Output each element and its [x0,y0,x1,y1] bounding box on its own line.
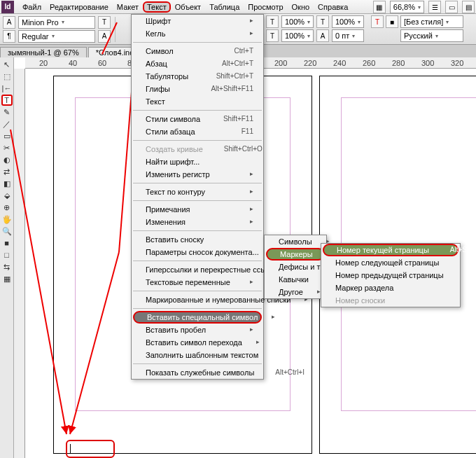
menu-редактирование[interactable]: Редактирование [46,1,113,13]
menu-item[interactable]: Текст по контуру [132,186,263,198]
bridge-icon[interactable]: ▦ [373,1,386,13]
tool-2[interactable]: |← [1,83,13,94]
tool-12[interactable]: ⊕ [1,202,13,213]
tool-7[interactable]: ✂ [1,142,13,153]
tool-9[interactable]: ⇄ [1,166,13,177]
tools-panel: ↖⬚|←T✎／▭✂◐⇄◧⬙⊕🖐🔍■□⇆▦ [0,57,14,458]
menu-item[interactable]: Гиперссылки и перекрестные ссылки [132,263,263,276]
menu-bar: Id ФайлРедактированиеМакетТекстОбъектТаб… [0,0,476,14]
menu-item[interactable]: Показать служебные символыAlt+Ctrl+I [132,366,263,379]
menu-item[interactable]: Символы [265,235,326,248]
menu-окно[interactable]: Окно [288,1,314,13]
menu-item[interactable]: Стили символаShift+F11 [132,113,263,125]
arrange-icon[interactable]: ▤ [462,1,475,13]
tool-5[interactable]: ／ [1,118,13,130]
menu-item[interactable]: Номер следующей страницы [321,256,460,269]
font-style-field[interactable]: Regular [18,30,95,43]
para-mode-icon[interactable]: ¶ [3,30,15,43]
pct3-field[interactable]: 100% [332,15,364,28]
ruler-tick: 40 [69,59,77,67]
menu-item[interactable]: Вставить специальный символ [133,311,262,324]
size-icon: T [98,16,111,29]
ruler-tick: 220 [304,59,316,67]
menu-item[interactable]: Найти шрифт... [132,155,263,168]
text-frame[interactable] [66,440,115,458]
fill-icon[interactable]: ■ [386,15,398,28]
vscale-field[interactable]: 100% [281,29,314,42]
screen-mode-icon[interactable]: ▭ [445,1,458,13]
menu-item[interactable]: Другое [265,286,326,298]
menu-item[interactable]: СимволCtrl+T [132,45,263,57]
ruler-tick: 60 [98,59,106,67]
menu-item[interactable]: Маркер раздела [321,282,460,294]
scale-v-icon: T [266,29,279,42]
tool-3[interactable]: T [1,95,13,106]
menu-item[interactable]: Вставить символ перехода [132,336,263,349]
menu-item[interactable]: Примечания [132,203,263,216]
menu-item: Создать кривыеShift+Ctrl+O [132,143,263,155]
menu-item[interactable]: Маркированные и нумерованные списки [132,293,263,306]
pt-field[interactable]: 0 пт [332,29,364,42]
menu-item[interactable]: Шрифт [132,15,263,27]
ruler-tick: 240 [333,59,346,67]
ruler-tick: 200 [274,59,287,67]
language-field[interactable]: Русский [400,29,463,42]
menu-справка[interactable]: Справка [314,1,352,13]
strike-icon[interactable]: T [371,15,384,28]
menu-item[interactable]: Стили абзацаF11 [132,125,263,138]
view-settings-icon[interactable]: ☰ [428,1,441,13]
ruler-tick: 320 [451,59,463,67]
menu-item[interactable]: Дефисы и тире [265,261,326,273]
menu-таблица[interactable]: Таблица [205,1,244,13]
menu-item[interactable]: АбзацAlt+Ctrl+T [132,57,263,70]
menu-item[interactable]: Кавычки [265,273,326,286]
tool-13[interactable]: 🖐 [1,214,13,225]
tool-0[interactable]: ↖ [1,59,13,70]
menu-item[interactable]: Текстовые переменные [132,276,263,289]
ruler-tick: 280 [392,59,405,67]
tool-4[interactable]: ✎ [1,106,13,118]
menu-item[interactable]: Текст [132,95,263,108]
tool-15[interactable]: ■ [1,237,13,249]
char-mode-icon[interactable]: A [3,16,15,29]
menu-текст[interactable]: Текст [143,1,171,13]
text-cursor [70,444,71,454]
menu-item[interactable]: Заполнить шаблонным текстом [132,349,263,361]
markers-submenu: Номер текущей страницыAlt+Shift+Ctrl+NНо… [321,243,461,307]
menu-item[interactable]: Номер предыдущей страницы [321,269,460,282]
zoom-field[interactable]: 66,8% [390,1,424,13]
tool-10[interactable]: ◧ [1,178,13,189]
doc-tab-1[interactable]: зымянный-1 @ 67% [0,47,87,57]
menu-объект[interactable]: Объект [171,1,205,13]
baseline-shift-icon: A [316,29,329,42]
hscale-field[interactable]: 100% [281,15,314,28]
menu-просмотр[interactable]: Просмотр [244,1,287,13]
tool-1[interactable]: ⬚ [1,71,13,82]
ruler-tick: 20 [39,59,48,67]
tool-17[interactable]: ⇆ [1,261,13,272]
menu-item[interactable]: Изменить регистр [132,168,263,181]
tool-11[interactable]: ⬙ [1,190,13,201]
tool-8[interactable]: ◐ [1,154,13,165]
baseline-icon: T [316,15,329,28]
font-family-field[interactable]: Minion Pro [18,16,95,29]
menu-item[interactable]: ТабуляторыShift+Ctrl+T [132,70,263,83]
charstyle-field[interactable]: [Без стиля] [400,15,463,28]
menu-макет[interactable]: Макет [113,1,143,13]
tool-18[interactable]: ▦ [1,273,13,284]
special-char-submenu: СимволыМаркерыДефисы и тиреКавычкиДругое [264,235,327,299]
tool-14[interactable]: 🔍 [1,225,13,237]
menu-item[interactable]: Кегль [132,27,263,40]
menu-item[interactable]: Вставить пробел [132,324,263,336]
menu-item[interactable]: Изменения [132,216,263,228]
tool-6[interactable]: ▭ [1,130,13,141]
menu-item[interactable]: Номер текущей страницыAlt+Shift+Ctrl+N [323,244,458,256]
menu-item[interactable]: ГлифыAlt+Shift+F11 [132,83,263,95]
tool-16[interactable]: □ [1,249,13,261]
menu-item: Номер сноски [321,294,460,307]
ruler-tick: 260 [363,59,375,67]
menu-item[interactable]: Вставить сноску [132,233,263,246]
menu-файл[interactable]: Файл [18,1,46,13]
menu-item[interactable]: Параметры сносок документа... [132,246,263,258]
menu-item[interactable]: Маркеры [266,248,325,261]
